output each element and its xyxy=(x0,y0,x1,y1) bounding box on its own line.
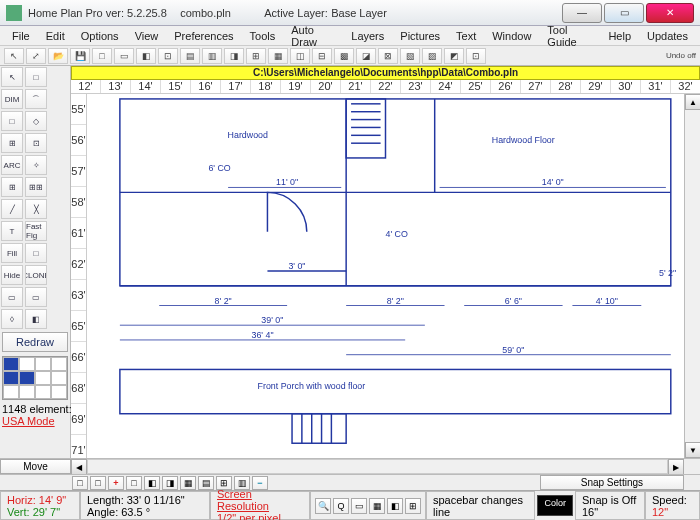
svg-text:4' CO: 4' CO xyxy=(386,229,408,239)
scroll-down-button[interactable]: ▼ xyxy=(685,442,700,458)
vertical-scrollbar[interactable]: ▲ ▼ xyxy=(684,94,700,458)
app-title: Home Plan Pro ver: 5.2.25.8 combo.pln Ac… xyxy=(28,6,387,20)
tool-10[interactable]: ⊞⊞ xyxy=(25,177,47,197)
tool-16[interactable]: ▭ xyxy=(25,287,47,307)
tool-3[interactable]: □ xyxy=(1,111,23,131)
menu-file[interactable]: File xyxy=(4,28,38,44)
util-7[interactable]: ▤ xyxy=(198,476,214,490)
tool-btn-20[interactable]: ▨ xyxy=(422,48,442,64)
tool-btn-12[interactable]: ⊞ xyxy=(246,48,266,64)
menu-preferences[interactable]: Preferences xyxy=(166,28,241,44)
tool-open[interactable]: 📂 xyxy=(48,48,68,64)
tool-5[interactable]: ⊞ xyxy=(1,133,23,153)
tool-btn-18[interactable]: ⊠ xyxy=(378,48,398,64)
menu-layers[interactable]: Layers xyxy=(343,28,392,44)
tool-arc[interactable]: ARC xyxy=(1,155,23,175)
maximize-button[interactable]: ▭ xyxy=(604,3,644,23)
tool-resize[interactable]: ⤢ xyxy=(26,48,46,64)
snap-value: 16" xyxy=(582,506,638,518)
color-palette[interactable] xyxy=(2,356,68,400)
tool-btn-8[interactable]: ⊡ xyxy=(158,48,178,64)
zoom-6[interactable]: ⊞ xyxy=(405,498,421,514)
tool-12[interactable]: □ xyxy=(25,243,47,263)
snap-settings-button[interactable]: Snap Settings xyxy=(540,475,684,490)
tool-save[interactable]: 💾 xyxy=(70,48,90,64)
util-1[interactable]: □ xyxy=(72,476,88,490)
move-button[interactable]: Move xyxy=(0,459,71,474)
color-button[interactable]: Color xyxy=(537,495,573,516)
menu-options[interactable]: Options xyxy=(73,28,127,44)
tool-rect[interactable]: □ xyxy=(25,67,47,87)
tool-btn-13[interactable]: ▦ xyxy=(268,48,288,64)
scroll-up-button[interactable]: ▲ xyxy=(685,94,700,110)
tool-6[interactable]: ⊡ xyxy=(25,133,47,153)
drawing-canvas[interactable]: 3' 0" Hardwood Hardwood Floor 6' CO 4' C… xyxy=(87,94,684,458)
svg-text:4' 10": 4' 10" xyxy=(596,296,618,306)
tool-fastfig[interactable]: Fast Fig xyxy=(25,221,47,241)
util-4[interactable]: ◧ xyxy=(144,476,160,490)
svg-text:3' 0": 3' 0" xyxy=(288,261,305,271)
tool-line2[interactable]: ╳ xyxy=(25,199,47,219)
zoom-4[interactable]: ▦ xyxy=(369,498,385,514)
tool-17[interactable]: ◊ xyxy=(1,309,23,329)
horizontal-scrollbar[interactable]: ◀ ▶ xyxy=(71,459,684,474)
tool-fill[interactable]: Fill xyxy=(1,243,23,263)
tool-text[interactable]: T xyxy=(1,221,23,241)
tool-hide[interactable]: Hide xyxy=(1,265,23,285)
tool-arc2[interactable]: ⌒ xyxy=(25,89,47,109)
scroll-right-button[interactable]: ▶ xyxy=(668,459,684,475)
zoom-out-button[interactable]: Q xyxy=(333,498,349,514)
tool-btn-10[interactable]: ▥ xyxy=(202,48,222,64)
tool-pointer[interactable]: ↖ xyxy=(4,48,24,64)
zoom-in-button[interactable]: 🔍 xyxy=(315,498,331,514)
svg-rect-39 xyxy=(120,369,671,413)
tool-line1[interactable]: ╱ xyxy=(1,199,23,219)
menu-text[interactable]: Text xyxy=(448,28,484,44)
menu-pictures[interactable]: Pictures xyxy=(392,28,448,44)
redraw-button[interactable]: Redraw xyxy=(2,332,68,352)
app-icon xyxy=(6,5,22,21)
util-5[interactable]: ◨ xyxy=(162,476,178,490)
tool-btn-19[interactable]: ▧ xyxy=(400,48,420,64)
tool-9[interactable]: ⊞ xyxy=(1,177,23,197)
tool-4[interactable]: ◇ xyxy=(25,111,47,131)
menu-view[interactable]: View xyxy=(127,28,167,44)
menu-edit[interactable]: Edit xyxy=(38,28,73,44)
tool-btn-17[interactable]: ◪ xyxy=(356,48,376,64)
tool-btn-7[interactable]: ◧ xyxy=(136,48,156,64)
zoom-5[interactable]: ◧ xyxy=(387,498,403,514)
tool-18[interactable]: ◧ xyxy=(25,309,47,329)
tool-btn-14[interactable]: ◫ xyxy=(290,48,310,64)
tool-15[interactable]: ▭ xyxy=(1,287,23,307)
zoom-3[interactable]: ▭ xyxy=(351,498,367,514)
tool-btn-21[interactable]: ◩ xyxy=(444,48,464,64)
menu-help[interactable]: Help xyxy=(600,28,639,44)
tool-btn-22[interactable]: ⊡ xyxy=(466,48,486,64)
tool-8[interactable]: ✧ xyxy=(25,155,47,175)
tool-btn-6[interactable]: ▭ xyxy=(114,48,134,64)
util-2[interactable]: □ xyxy=(90,476,106,490)
tool-btn-16[interactable]: ▩ xyxy=(334,48,354,64)
tool-btn-9[interactable]: ▤ xyxy=(180,48,200,64)
status-res-label[interactable]: Screen Resolution xyxy=(217,488,303,512)
tool-btn-11[interactable]: ◨ xyxy=(224,48,244,64)
main-toolbar: ↖ ⤢ 📂 💾 □ ▭ ◧ ⊡ ▤ ▥ ◨ ⊞ ▦ ◫ ⊟ ▩ ◪ ⊠ ▧ ▨ … xyxy=(0,46,700,66)
menu-tools[interactable]: Tools xyxy=(242,28,284,44)
util-plus[interactable]: + xyxy=(108,476,124,490)
tool-select[interactable]: ↖ xyxy=(1,67,23,87)
minimize-button[interactable]: — xyxy=(562,3,602,23)
util-3[interactable]: □ xyxy=(126,476,142,490)
util-6[interactable]: ▦ xyxy=(180,476,196,490)
tool-btn-15[interactable]: ⊟ xyxy=(312,48,332,64)
util-row: □ □ + □ ◧ ◨ ▦ ▤ ⊞ ▥ − Snap Settings xyxy=(0,474,700,490)
scroll-row: Move ◀ ▶ xyxy=(0,458,700,474)
usa-mode-link[interactable]: USA Mode xyxy=(2,415,68,427)
menu-window[interactable]: Window xyxy=(484,28,539,44)
tool-print[interactable]: □ xyxy=(92,48,112,64)
close-button[interactable]: ✕ xyxy=(646,3,694,23)
menu-updates[interactable]: Updates xyxy=(639,28,696,44)
scroll-left-button[interactable]: ◀ xyxy=(71,459,87,475)
svg-text:36' 4": 36' 4" xyxy=(252,330,274,340)
tool-dim[interactable]: DIM xyxy=(1,89,23,109)
tool-clone[interactable]: CLONE xyxy=(25,265,47,285)
